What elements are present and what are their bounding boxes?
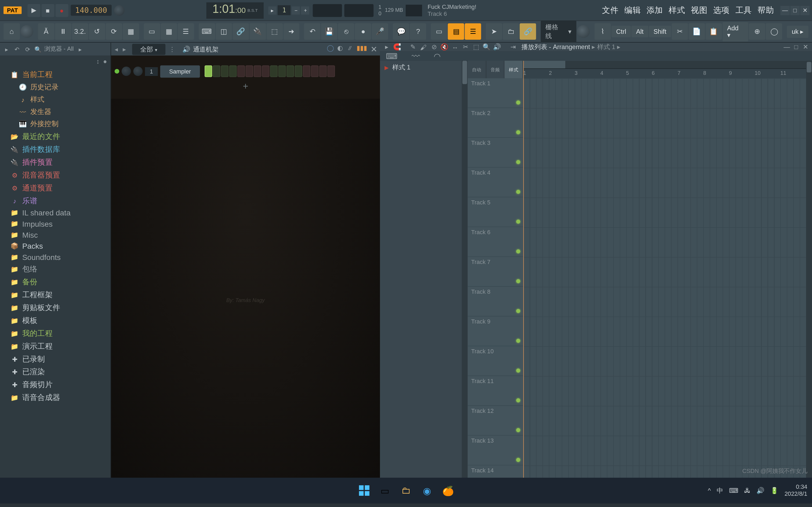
- browser-item-9[interactable]: ⚙通道预置: [0, 182, 110, 194]
- enable-groups-toggle[interactable]: ◫: [215, 23, 232, 40]
- track-header-8[interactable]: Track 8: [468, 287, 523, 317]
- step-sequencer[interactable]: [205, 65, 336, 77]
- menu-patterns[interactable]: 样式: [666, 1, 688, 19]
- track-mute-led[interactable]: [516, 130, 520, 134]
- audio-settings-button[interactable]: 🎤: [372, 23, 388, 40]
- browser-item-25[interactable]: ✚音频切片: [0, 379, 110, 391]
- paste-button[interactable]: 📋: [705, 23, 722, 40]
- play-button[interactable]: ▶: [27, 4, 40, 17]
- stop-button[interactable]: ■: [41, 4, 54, 17]
- step-2[interactable]: [213, 65, 220, 77]
- step-7[interactable]: [254, 65, 261, 77]
- tray-chevron-icon[interactable]: ^: [708, 487, 711, 494]
- tab-piano[interactable]: ⌨: [386, 52, 398, 61]
- view-mixer-button[interactable]: ➤: [486, 23, 502, 40]
- tab-marker[interactable]: ◠: [434, 52, 441, 61]
- main-volume-knob[interactable]: [20, 25, 33, 38]
- track-header-4[interactable]: Track 4: [468, 168, 523, 198]
- browser-item-2[interactable]: ♪样式: [0, 93, 110, 106]
- step-11[interactable]: [287, 65, 294, 77]
- pl-tool-zoom-icon[interactable]: 🔍: [482, 43, 491, 51]
- taskbar-clock[interactable]: 0:34 2022/8/1: [784, 484, 807, 498]
- browser-item-7[interactable]: 🔌插件预置: [0, 156, 110, 169]
- tray-input-icon[interactable]: ⌨: [729, 487, 739, 494]
- tray-network-icon[interactable]: 🖧: [744, 487, 751, 494]
- browser-item-15[interactable]: 📁Soundfonts: [0, 251, 110, 263]
- snap-grid-icon[interactable]: ▦: [161, 23, 177, 40]
- snap-knob[interactable]: [577, 25, 590, 38]
- record-button[interactable]: ●: [55, 4, 68, 17]
- pl-tool-paint-icon[interactable]: 🖌: [419, 44, 428, 50]
- wait-input-toggle[interactable]: ⏸: [55, 23, 71, 40]
- playlist-crumb-pattern[interactable]: 样式 1: [597, 43, 615, 50]
- browser-item-13[interactable]: 📁Misc: [0, 230, 110, 241]
- track-tab-audio[interactable]: 音频: [486, 61, 505, 78]
- maximize-button[interactable]: □: [790, 6, 800, 15]
- browser-sort-icon[interactable]: ↕: [96, 58, 100, 65]
- track-mute-led[interactable]: [516, 279, 520, 283]
- pl-tool-delete-icon[interactable]: ⊘: [429, 43, 439, 51]
- playlist-grid[interactable]: 1234567891011: [523, 61, 812, 495]
- start-button[interactable]: [356, 482, 372, 499]
- browser-item-16[interactable]: 📁包络: [0, 263, 110, 276]
- rack-led-icon[interactable]: ◯: [327, 44, 334, 54]
- track-tab-auto[interactable]: 自动: [468, 61, 486, 78]
- track-mute-led[interactable]: [516, 369, 520, 373]
- step-8[interactable]: [262, 65, 269, 77]
- info-button[interactable]: 💬: [393, 23, 409, 40]
- channel-vol-knob[interactable]: [133, 66, 143, 76]
- pattern-number[interactable]: 1: [277, 5, 291, 15]
- edge-icon[interactable]: ◉: [419, 482, 435, 499]
- pl-close-button[interactable]: ✕: [802, 43, 810, 51]
- tray-battery-icon[interactable]: 🔋: [770, 487, 778, 494]
- track-mute-led[interactable]: [516, 190, 520, 194]
- channel-group-selector[interactable]: 全部 ▾: [132, 44, 165, 54]
- pl-tool-slip-icon[interactable]: ↔: [451, 44, 459, 50]
- typing-keyboard-toggle[interactable]: ⌨: [198, 23, 215, 40]
- step-1[interactable]: [205, 65, 212, 77]
- pl-maximize-button[interactable]: □: [792, 43, 800, 51]
- step-4[interactable]: [229, 65, 237, 77]
- browser-item-3[interactable]: 〰发生器: [0, 106, 110, 118]
- step-9[interactable]: [270, 65, 277, 77]
- cut-button[interactable]: ✂: [671, 23, 688, 40]
- rack-graph-icon[interactable]: ⫽: [347, 44, 353, 54]
- step-14[interactable]: [311, 65, 318, 77]
- channel-name-button[interactable]: Sampler: [160, 65, 200, 77]
- plugin-3-icon[interactable]: ➜: [283, 23, 300, 40]
- help-button[interactable]: ?: [410, 23, 426, 40]
- rack-nav-back-icon[interactable]: ◂: [113, 45, 119, 53]
- browser-item-26[interactable]: 📁语音合成器: [0, 391, 110, 404]
- browser-back-icon[interactable]: ↶: [13, 46, 21, 52]
- explorer-icon[interactable]: 🗀: [398, 482, 414, 499]
- track-header-10[interactable]: Track 10: [468, 346, 523, 376]
- pl-tool-mute-icon[interactable]: 🔇: [440, 43, 449, 51]
- menu-view[interactable]: 视图: [688, 1, 710, 19]
- track-header-5[interactable]: Track 5: [468, 198, 523, 227]
- track-mute-led[interactable]: [516, 309, 520, 313]
- flstudio-icon[interactable]: 🍊: [440, 482, 456, 499]
- view-channelrack-button[interactable]: ☰: [465, 23, 481, 40]
- tray-ime-indicator[interactable]: 中: [717, 486, 723, 495]
- browser-item-23[interactable]: ✚已录制: [0, 353, 110, 365]
- view-playlist-button[interactable]: ▭: [431, 23, 447, 40]
- menu-add[interactable]: 添加: [644, 1, 666, 19]
- close-all-button[interactable]: ⊕: [749, 23, 766, 40]
- step-10[interactable]: [278, 65, 286, 77]
- playhead[interactable]: [523, 61, 524, 495]
- timeline-ruler[interactable]: 1234567891011: [523, 69, 812, 78]
- tray-volume-icon[interactable]: 🔊: [756, 487, 764, 494]
- browser-item-17[interactable]: 📁备份: [0, 276, 110, 289]
- render-button[interactable]: ⎋: [338, 23, 354, 40]
- copy-button[interactable]: 📄: [689, 23, 705, 40]
- track-mute-led[interactable]: [516, 249, 520, 253]
- snap-list-icon[interactable]: ☰: [177, 23, 194, 40]
- pl-tool-slice-icon[interactable]: ✂: [461, 43, 470, 51]
- browser-item-18[interactable]: 📁工程框架: [0, 288, 110, 301]
- browser-item-5[interactable]: 📂最近的文件: [0, 130, 110, 143]
- snap-selector[interactable]: 栅格线▾: [541, 20, 576, 43]
- browser-item-11[interactable]: 📁IL shared data: [0, 207, 110, 218]
- view-link-button[interactable]: 🔗: [520, 23, 536, 40]
- step-16[interactable]: [327, 65, 335, 77]
- browser-item-21[interactable]: 📁我的工程: [0, 327, 110, 340]
